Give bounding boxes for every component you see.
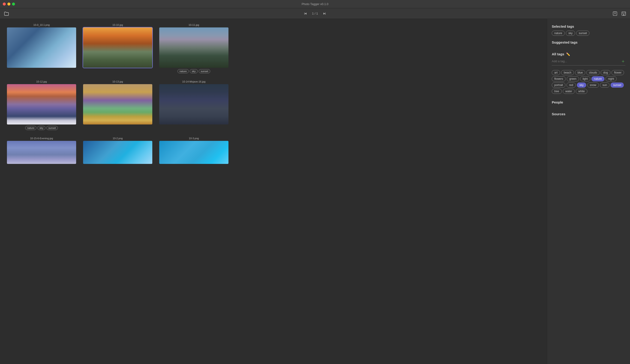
suggested-tags-title: Suggested tags <box>552 40 626 44</box>
app-title: Photo Tagger v0.1.0 <box>302 2 328 6</box>
tag-sky: sky <box>190 69 198 73</box>
toolbar-right <box>612 10 627 17</box>
selected-tags-title: Selected tags <box>552 24 626 28</box>
tag-nature: nature <box>25 126 36 130</box>
photo-label-2: 10-11.jpg <box>188 23 199 26</box>
all-tag-flowers[interactable]: flowers <box>552 76 566 81</box>
next-page-button[interactable] <box>322 10 328 16</box>
all-tag-light[interactable]: light <box>580 76 590 81</box>
photo-thumb-8[interactable] <box>159 141 228 164</box>
export-button[interactable] <box>620 10 627 17</box>
photo-label-3: 10-12.jpg <box>36 80 47 83</box>
photo-thumb-2[interactable] <box>159 27 228 68</box>
photo-item-5[interactable]: 10-14-Mojave-16.jpg <box>159 80 228 126</box>
sources-title: Sources <box>552 112 626 116</box>
all-tag-beach[interactable]: beach <box>561 70 574 75</box>
photo-item-3[interactable]: 10-12.jpg nature sky sunset <box>7 80 76 130</box>
all-tag-tree[interactable]: tree <box>552 89 562 94</box>
add-tag-button[interactable]: ＋ <box>621 59 626 63</box>
tag-sunset: sunset <box>199 69 210 73</box>
tag-sky: sky <box>38 126 46 130</box>
all-tag-sun[interactable]: sun <box>600 83 610 88</box>
grid-row-2: 10-12.jpg nature sky sunset 10-13.jpg 10… <box>7 80 542 130</box>
selected-tag-sky[interactable]: sky <box>566 31 575 36</box>
people-section: People <box>552 99 626 107</box>
all-tag-dog[interactable]: dog <box>601 70 610 75</box>
maximize-button[interactable] <box>12 2 15 5</box>
photo-label-5: 10-14-Mojave-16.jpg <box>182 80 206 83</box>
all-tag-nature[interactable]: nature <box>592 76 604 81</box>
sources-section: Sources <box>552 111 626 118</box>
photo-thumb-6[interactable] <box>7 141 76 164</box>
all-tag-green[interactable]: green <box>567 76 579 81</box>
photo-thumb-0[interactable] <box>7 27 76 68</box>
main-content: 10-0_10.1.png 10-10.jpg 10-11.jpg <box>0 19 630 364</box>
grid-row-1: 10-0_10.1.png 10-10.jpg 10-11.jpg <box>7 23 542 73</box>
photo-label-0: 10-0_10.1.png <box>34 23 50 26</box>
photo-thumb-1[interactable] <box>83 27 152 68</box>
all-tag-water[interactable]: water <box>563 89 574 94</box>
tag-nature: nature <box>178 69 189 73</box>
edit-tags-icon[interactable]: ✏️ <box>566 52 570 56</box>
add-tag-input[interactable] <box>552 59 619 63</box>
prev-page-button[interactable] <box>302 10 308 16</box>
photo-tags-2: nature sky sunset <box>178 69 210 73</box>
tag-sunset: sunset <box>46 126 58 130</box>
photo-thumb-3[interactable] <box>7 84 76 125</box>
photo-item-2[interactable]: 10-11.jpg nature sky sunset <box>159 23 228 73</box>
all-tags-list: artbeachbluecloudsdogflowerflowersgreenl… <box>552 70 626 94</box>
all-tag-sky[interactable]: sky <box>577 83 586 88</box>
close-button[interactable] <box>3 2 6 5</box>
titlebar: Photo Tagger v0.1.0 <box>0 0 630 8</box>
photo-item-4[interactable]: 10-13.jpg <box>83 80 152 126</box>
all-tag-night[interactable]: night <box>606 76 616 81</box>
selected-tags-row: nature sky sunset <box>552 31 626 36</box>
minimize-button[interactable] <box>8 2 10 5</box>
grid-row-3: 10-15-6-Evening.jpg 10-2.png 10-3.png <box>7 137 542 165</box>
all-tag-flower[interactable]: flower <box>612 70 624 75</box>
photo-thumb-4[interactable] <box>83 84 152 125</box>
photo-thumb-5[interactable] <box>159 84 228 125</box>
photo-label-1: 10-10.jpg <box>112 23 123 26</box>
all-tag-blue[interactable]: blue <box>575 70 586 75</box>
selected-tag-nature[interactable]: nature <box>552 31 565 36</box>
open-folder-button[interactable] <box>3 10 10 17</box>
traffic-lights <box>3 2 15 5</box>
toolbar-center: 1 / 1 <box>302 10 328 16</box>
photo-label-4: 10-13.jpg <box>112 80 123 83</box>
photo-label-8: 10-3.png <box>189 137 199 140</box>
all-tag-snow[interactable]: snow <box>587 83 599 88</box>
selected-tag-sunset[interactable]: sunset <box>576 31 590 36</box>
photo-label-6: 10-15-6-Evening.jpg <box>30 137 53 140</box>
add-tag-row: ＋ <box>552 59 626 65</box>
all-tag-portrait[interactable]: portrait <box>552 83 566 88</box>
all-tags-title: All tags <box>552 52 564 56</box>
photo-item-8[interactable]: 10-3.png <box>159 137 228 165</box>
all-tag-white[interactable]: white <box>576 89 587 94</box>
photo-thumb-7[interactable] <box>83 141 152 164</box>
toolbar: 1 / 1 <box>0 8 630 19</box>
all-tag-red[interactable]: red <box>566 83 576 88</box>
people-title: People <box>552 100 626 104</box>
photo-item-1[interactable]: 10-10.jpg <box>83 23 152 69</box>
import-button[interactable] <box>612 10 618 17</box>
all-tag-sunset[interactable]: sunset <box>610 83 624 88</box>
toolbar-left <box>3 10 10 17</box>
photo-item-7[interactable]: 10-2.png <box>83 137 152 165</box>
page-indicator: 1 / 1 <box>312 12 318 15</box>
photo-grid[interactable]: 10-0_10.1.png 10-10.jpg 10-11.jpg <box>0 19 547 364</box>
photo-item-0[interactable]: 10-0_10.1.png <box>7 23 76 69</box>
all-tags-header: All tags ✏️ <box>552 52 626 56</box>
photo-item-6[interactable]: 10-15-6-Evening.jpg <box>7 137 76 165</box>
photo-label-7: 10-2.png <box>112 137 122 140</box>
sidebar: Selected tags nature sky sunset Suggeste… <box>547 19 630 364</box>
photo-tags-3: nature sky sunset <box>25 126 58 130</box>
all-tag-clouds[interactable]: clouds <box>586 70 600 75</box>
all-tag-art[interactable]: art <box>552 70 560 75</box>
